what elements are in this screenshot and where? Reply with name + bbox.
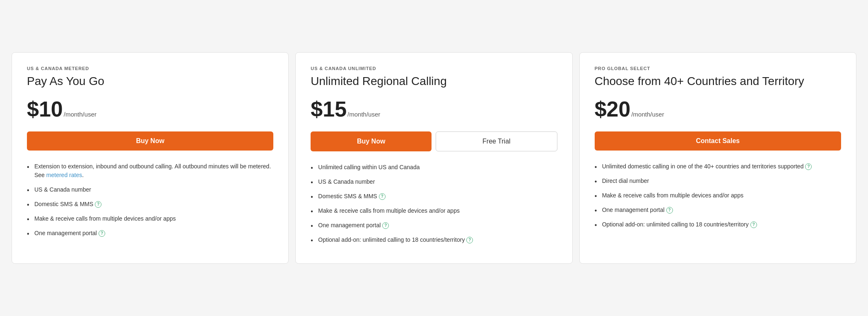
buy-now-button-metered[interactable]: Buy Now [27,131,273,151]
feature-item-metered-1: US & Canada number [27,185,273,194]
feature-item-unlimited-3: Make & receive calls from multiple devic… [311,207,557,215]
feature-item-global-0: Unlimited domestic calling in one of the… [595,162,841,171]
plan-price-global: $20/month/user [595,97,841,122]
price-dollar-unlimited: $15 [311,97,347,122]
price-period-metered: /month/user [64,111,96,118]
plan-name-global: Choose from 40+ Countries and Territory [595,74,841,88]
help-icon-metered-2[interactable]: ? [95,201,101,208]
plan-category-global: PRO GLOBAL SELECT [595,66,841,71]
feature-item-global-4: Optional add-on: unlimited calling to 18… [595,220,841,229]
pricing-card-metered: US & CANADA METEREDPay As You Go$10/mont… [12,52,289,264]
feature-item-metered-2: Domestic SMS & MMS? [27,200,273,209]
plan-category-unlimited: US & CANADA UNLIMITED [311,66,557,71]
plan-price-metered: $10/month/user [27,97,273,122]
feature-item-unlimited-5: Optional add-on: unlimited calling to 18… [311,236,557,244]
free-trial-button-unlimited[interactable]: Free Trial [436,131,557,151]
help-icon-unlimited-5[interactable]: ? [466,237,473,243]
price-dollar-metered: $10 [27,97,63,122]
feature-item-global-3: One management portal? [595,206,841,214]
feature-item-global-1: Direct dial number [595,177,841,185]
price-dollar-global: $20 [595,97,631,122]
help-icon-global-0[interactable]: ? [805,163,812,170]
help-icon-global-3[interactable]: ? [666,207,673,214]
feature-item-metered-4: One management portal? [27,229,273,238]
feature-item-unlimited-1: US & Canada number [311,177,557,186]
features-list-unlimited: Unlimited calling within US and CanadaUS… [311,163,557,244]
feature-item-global-2: Make & receive calls from multiple devic… [595,191,841,200]
pricing-card-unlimited: US & CANADA UNLIMITEDUnlimited Regional … [295,52,572,264]
button-group-unlimited: Buy NowFree Trial [311,131,557,151]
feature-item-unlimited-0: Unlimited calling within US and Canada [311,163,557,172]
button-group-metered: Buy Now [27,131,273,151]
buy-now-button-unlimited[interactable]: Buy Now [311,131,432,151]
price-period-global: /month/user [631,111,664,118]
features-list-metered: Extension to extension, inbound and outb… [27,162,273,238]
plan-name-metered: Pay As You Go [27,74,273,88]
contact-sales-button-global[interactable]: Contact Sales [595,131,841,151]
feature-item-metered-3: Make & receive calls from multiple devic… [27,214,273,223]
help-icon-metered-4[interactable]: ? [99,230,105,237]
plan-price-unlimited: $15/month/user [311,97,557,122]
price-period-unlimited: /month/user [347,111,380,118]
pricing-container: US & CANADA METEREDPay As You Go$10/mont… [8,52,860,264]
help-icon-global-4[interactable]: ? [750,221,757,228]
feature-item-unlimited-4: One management portal? [311,221,557,230]
button-group-global: Contact Sales [595,131,841,151]
feature-item-metered-0: Extension to extension, inbound and outb… [27,162,273,180]
pricing-card-global: PRO GLOBAL SELECTChoose from 40+ Countri… [579,52,856,264]
feature-item-unlimited-2: Domestic SMS & MMS? [311,192,557,201]
help-icon-unlimited-2[interactable]: ? [379,193,386,200]
plan-name-unlimited: Unlimited Regional Calling [311,74,557,88]
metered-rates-link[interactable]: metered rates [46,172,82,178]
features-list-global: Unlimited domestic calling in one of the… [595,162,841,229]
plan-category-metered: US & CANADA METERED [27,66,273,71]
help-icon-unlimited-4[interactable]: ? [382,222,389,229]
